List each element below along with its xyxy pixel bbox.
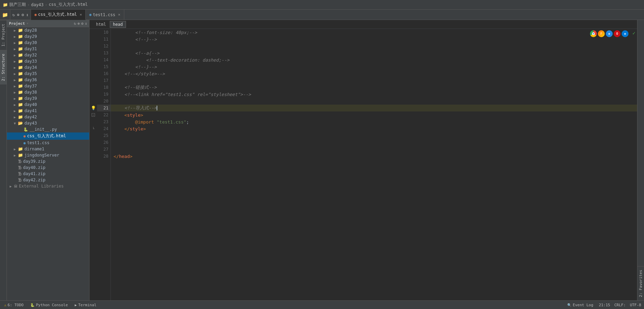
gutter-line-28 xyxy=(89,153,97,160)
settings-icon[interactable]: ⚙ xyxy=(21,12,24,17)
tree-item[interactable]: ▶ 📁 day38 xyxy=(7,89,89,95)
tree-label: day28 xyxy=(24,28,37,33)
tree-item-dirname1[interactable]: ▶ 📁 dirname1 xyxy=(7,146,89,152)
ln-18: 18 xyxy=(97,84,110,91)
tree-item[interactable]: ▶ 📁 day40 xyxy=(7,102,89,108)
right-panel-labels: 2: Favorites xyxy=(637,20,644,300)
ln-24: 24 xyxy=(97,125,110,132)
breadcrumb-html[interactable]: html xyxy=(93,21,109,28)
python-console-tab[interactable]: 🐍 Python Console xyxy=(29,302,69,308)
tree-label: day40 xyxy=(24,102,37,107)
gutter-line-11 xyxy=(89,36,97,43)
header-icon3[interactable]: ⚙ xyxy=(81,21,84,26)
tree-item[interactable]: ▶ 📁 day36 xyxy=(7,77,89,83)
code-content[interactable]: <!--font-size: 40px;--> <!--}--> <!--a{-… xyxy=(111,29,637,300)
structure-panel-label[interactable]: 2: Structure xyxy=(0,50,7,84)
code-line-13: <!--a{--> xyxy=(111,50,637,56)
tree-item-css-html[interactable]: ◉ css_引入方式.html xyxy=(7,132,89,140)
tree-item-zip3[interactable]: 🗜 day41.zip xyxy=(7,171,89,177)
tree-item[interactable]: ▶ 📁 day31 xyxy=(7,46,89,52)
tree-item-ext[interactable]: ▶ 🏛 External Libraries xyxy=(7,183,89,189)
gutter-line-16 xyxy=(89,70,97,77)
code-line-12 xyxy=(111,43,637,50)
gutter-line-25 xyxy=(89,132,97,139)
code-line-15: <!--}--> xyxy=(111,63,637,70)
tree-item-day43[interactable]: ▼ 📂 day43 xyxy=(7,120,89,126)
header-icon4[interactable]: ↕ xyxy=(85,21,87,26)
todo-icon: ⚠ xyxy=(4,303,6,307)
project-header-label: Project xyxy=(9,21,25,26)
tree-item-jingdong[interactable]: ▶ 📁 jingdongServer xyxy=(7,152,89,158)
tree-item[interactable]: ▶ 📁 day42 xyxy=(7,114,89,120)
tree-label-test1: test1.css xyxy=(27,140,50,145)
todo-tab[interactable]: ⚠ 6: TODO xyxy=(3,302,25,308)
chrome-icon[interactable] xyxy=(590,30,597,37)
breadcrumb-sep-1: › xyxy=(27,2,30,7)
tab-css-html[interactable]: ◉ css_引入方式.html × xyxy=(31,10,86,20)
refresh-icon[interactable]: ↻ xyxy=(12,12,15,17)
tree-item[interactable]: ▶ 📁 day28 xyxy=(7,27,89,33)
editor-main: html head xyxy=(89,20,637,300)
tree-item[interactable]: ▶ 📁 day39 xyxy=(7,95,89,102)
tree-item[interactable]: ▶ 📁 day32 xyxy=(7,52,89,58)
tree-item-zip1[interactable]: 🗜 day39.zip xyxy=(7,158,89,164)
tab-css[interactable]: ◉ test1.css × xyxy=(86,10,124,20)
code-line-26 xyxy=(111,139,637,146)
browser-icons: F e O e xyxy=(590,30,629,37)
gutter-line-21[interactable]: 💡 xyxy=(89,105,97,111)
tree-item-zip4[interactable]: 🗜 day42.zip xyxy=(7,177,89,183)
project-tab-icon[interactable]: 📁 xyxy=(0,10,10,20)
locate-icon[interactable]: ⊕ xyxy=(16,12,20,17)
ln-17: 17 xyxy=(97,77,110,84)
editor-breadcrumb: html head xyxy=(89,20,637,29)
tree-item[interactable]: ▶ 📁 day33 xyxy=(7,58,89,64)
gutter-line-24[interactable]: └ xyxy=(89,125,97,132)
tree-item[interactable]: ▶ 📁 day35 xyxy=(7,71,89,77)
line-numbers: 10 11 12 13 14 15 16 17 18 19 20 21 22 2… xyxy=(97,29,111,300)
tree-label: day37 xyxy=(24,84,37,88)
tree-item[interactable]: ▶ 📁 day30 xyxy=(7,40,89,46)
favorites-panel-label[interactable]: 2: Favorites xyxy=(637,266,644,300)
tree-item-init[interactable]: 🐍 __init__.py xyxy=(7,126,89,132)
project-panel-label[interactable]: 1: Project xyxy=(0,20,7,50)
breadcrumb-item-3[interactable]: css_引入方式.html xyxy=(49,2,88,8)
header-icon2[interactable]: ⊕ xyxy=(77,21,80,26)
opera-icon[interactable]: O xyxy=(614,30,621,37)
edge-icon[interactable]: e xyxy=(622,30,629,37)
tree-item[interactable]: ▶ 📁 day37 xyxy=(7,83,89,89)
header-icon1[interactable]: ↻ xyxy=(74,21,76,26)
fold-end-icon: └ xyxy=(92,127,94,131)
ln-15: 15 xyxy=(97,63,110,70)
tree-label-day43: day43 xyxy=(24,121,37,126)
folder-arrow: ▶ xyxy=(14,29,18,32)
expand-icon[interactable]: ↕ xyxy=(25,12,29,17)
status-bar: ⚠ 6: TODO 🐍 Python Console ▶ Terminal 🔍 … xyxy=(0,300,644,309)
gutter-line-22[interactable]: − xyxy=(89,111,97,118)
breadcrumb-head[interactable]: head xyxy=(110,21,126,28)
firefox-icon[interactable]: F xyxy=(598,30,605,37)
tree-label: day29 xyxy=(24,34,37,39)
tree-item[interactable]: ▶ 📁 day29 xyxy=(7,33,89,40)
line-ending: CRLF: xyxy=(614,303,626,307)
tree-label: day41 xyxy=(24,108,37,113)
ln-26: 26 xyxy=(97,139,110,146)
ln-20: 20 xyxy=(97,98,110,105)
event-log-tab[interactable]: 🔍 Event Log xyxy=(566,302,595,308)
breadcrumb-item-2[interactable]: day43 xyxy=(31,2,43,7)
tab-bar: 📁 ↻ ⊕ ⚙ ↕ ◉ css_引入方式.html × ◉ test1.css … xyxy=(0,10,644,20)
tree-item[interactable]: ▶ 📁 day34 xyxy=(7,64,89,71)
gutter-line-13 xyxy=(89,50,97,56)
code-line-21: <!--导入式--> xyxy=(111,105,637,111)
tree-label: day39 xyxy=(24,96,37,101)
tree-label: day38 xyxy=(24,90,37,95)
ie-icon[interactable]: e xyxy=(606,30,613,37)
terminal-tab[interactable]: ▶ Terminal xyxy=(73,302,98,308)
code-line-27 xyxy=(111,146,637,153)
close-tab-css[interactable]: × xyxy=(118,12,120,17)
tree-item-zip2[interactable]: 🗜 day40.zip xyxy=(7,164,89,171)
breadcrumb-item-1[interactable]: 脱产三期 xyxy=(9,2,26,8)
tree-item-test1-css[interactable]: ◉ test1.css xyxy=(7,140,89,146)
close-tab-html[interactable]: × xyxy=(80,12,82,17)
tree-item[interactable]: ▶ 📁 day41 xyxy=(7,108,89,114)
gutter-line-15 xyxy=(89,63,97,70)
